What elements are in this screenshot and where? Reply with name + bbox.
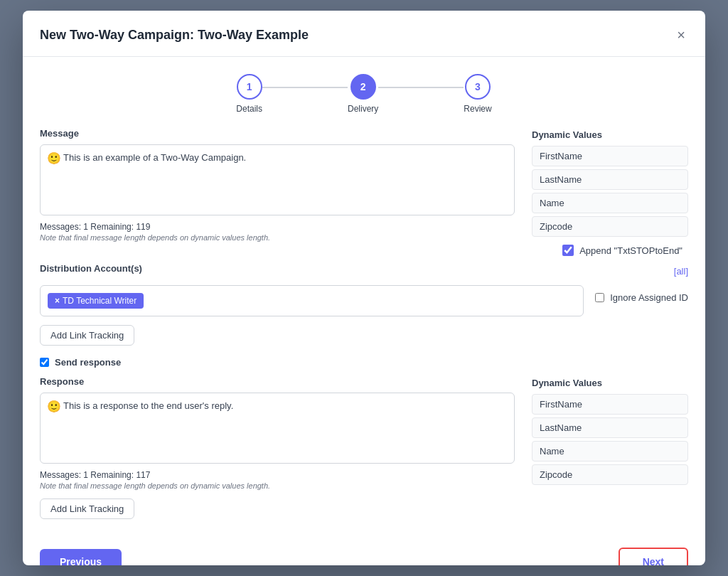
step-1: 1 Details [236, 74, 262, 114]
steps-container: 1 Details 2 Delivery 3 Review [23, 57, 705, 128]
response-dynamic-zipcode[interactable]: Zipcode [532, 464, 688, 485]
response-note: Note that final message length depends o… [40, 481, 515, 490]
next-button[interactable]: Next [619, 548, 688, 565]
previous-button[interactable]: Previous [40, 549, 122, 565]
message-label: Message [40, 128, 515, 139]
distribution-section: Distribution Account(s) [all] × TD Techn… [40, 263, 688, 316]
message-left: Message 🙂 This is an example of a Two-Wa… [40, 128, 515, 242]
append-label: Append "TxtSTOPtoEnd" [579, 245, 682, 256]
step-connector-1 [262, 87, 348, 88]
dynamic-value-lastname[interactable]: LastName [532, 169, 688, 190]
distribution-tag: × TD Technical Writer [48, 293, 144, 309]
response-input[interactable]: This is a response to the end user's rep… [40, 393, 515, 464]
append-checkbox-row: Append "TxtSTOPtoEnd" [562, 245, 688, 256]
message-note: Note that final message length depends o… [40, 233, 515, 242]
response-stats: Messages: 1 Remaining: 117 [40, 470, 515, 480]
response-textarea-wrapper: 🙂 This is a response to the end user's r… [40, 393, 515, 466]
ignore-assigned-id-checkbox[interactable] [595, 293, 604, 302]
add-link-tracking-button[interactable]: Add Link Tracking [40, 325, 134, 346]
message-stats: Messages: 1 Remaining: 119 [40, 222, 515, 232]
step-3-label: Review [464, 104, 491, 114]
modal-footer: Previous Next [23, 536, 705, 565]
modal-dialog: New Two-Way Campaign: Two-Way Example × … [23, 11, 705, 565]
modal-title: New Two-Way Campaign: Two-Way Example [40, 28, 309, 43]
response-dynamic-lastname[interactable]: LastName [532, 417, 688, 438]
step-2-label: Delivery [348, 104, 378, 114]
dynamic-value-firstname[interactable]: FirstName [532, 146, 688, 166]
distribution-all-link[interactable]: [all] [674, 266, 688, 277]
distribution-header: Distribution Account(s) [all] [40, 263, 688, 279]
message-dynamic-values: Dynamic Values FirstName LastName Name Z… [532, 128, 688, 242]
step-3: 3 Review [464, 74, 491, 114]
response-dynamic-firstname[interactable]: FirstName [532, 394, 688, 415]
distribution-label: Distribution Account(s) [40, 263, 142, 274]
send-response-checkbox[interactable] [40, 358, 49, 367]
ignore-assigned-id-label: Ignore Assigned ID [610, 292, 688, 303]
tag-remove-button[interactable]: × [55, 296, 60, 306]
response-dynamic-name[interactable]: Name [532, 441, 688, 462]
modal-body: Message 🙂 This is an example of a Two-Wa… [23, 128, 705, 536]
step-1-circle: 1 [237, 74, 262, 100]
dynamic-value-zipcode[interactable]: Zipcode [532, 216, 688, 237]
tag-label: TD Technical Writer [63, 296, 136, 306]
step-2: 2 Delivery [348, 74, 378, 114]
add-link-tracking-response-button[interactable]: Add Link Tracking [40, 498, 134, 519]
send-response-row: Send response [40, 357, 688, 368]
message-input[interactable]: This is an example of a Two-Way Campaign… [40, 144, 515, 215]
response-emoji-icon: 🙂 [47, 400, 61, 413]
step-1-label: Details [236, 104, 262, 114]
response-dynamic-values: Dynamic Values FirstName LastName Name Z… [532, 376, 688, 519]
ignore-id-row: Ignore Assigned ID [595, 285, 688, 303]
emoji-icon: 🙂 [47, 151, 61, 165]
step-connector-2 [378, 87, 464, 88]
response-label: Response [40, 376, 515, 387]
modal-header: New Two-Way Campaign: Two-Way Example × [23, 11, 705, 57]
dynamic-value-name[interactable]: Name [532, 193, 688, 213]
message-section: Message 🙂 This is an example of a Two-Wa… [40, 128, 688, 242]
dynamic-values-title: Dynamic Values [532, 128, 688, 140]
distribution-box[interactable]: × TD Technical Writer [40, 285, 584, 316]
send-response-label: Send response [55, 357, 121, 368]
response-left: Response 🙂 This is a response to the end… [40, 376, 515, 519]
append-checkbox[interactable] [562, 245, 574, 256]
close-button[interactable]: × [674, 25, 688, 45]
response-section: Response 🙂 This is a response to the end… [40, 376, 688, 519]
message-textarea-wrapper: 🙂 This is an example of a Two-Way Campai… [40, 144, 515, 218]
step-2-circle: 2 [350, 74, 376, 100]
response-dynamic-values-title: Dynamic Values [532, 376, 688, 388]
step-3-circle: 3 [465, 74, 491, 100]
